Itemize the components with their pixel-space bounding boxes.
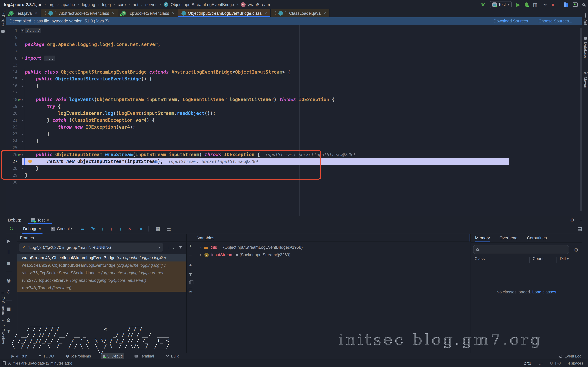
code-line-20[interactable]: 20logEventListener.log((LogEvent)inputSt…: [6, 110, 582, 117]
code-line-1[interactable]: 1+/.../: [6, 27, 582, 34]
column-divider[interactable]: [556, 257, 557, 263]
line-number[interactable]: 1: [6, 27, 17, 34]
code-text[interactable]: }: [25, 172, 28, 179]
view-options-icon[interactable]: ⚌: [166, 226, 171, 232]
copy-icon[interactable]: [189, 281, 192, 284]
tool-window-button-build[interactable]: ⚒Build: [164, 353, 181, 359]
breadcrumb-item[interactable]: org: [49, 2, 54, 7]
line-number[interactable]: 17: [6, 89, 17, 96]
stop-button[interactable]: ■: [551, 2, 554, 7]
code-text[interactable]: } catch (ClassNotFoundException var4) {: [25, 117, 155, 124]
code-line-6[interactable]: 6package org.apache.logging.log4j.core.n…: [6, 41, 582, 48]
evaluate-watch-icon[interactable]: ∞: [188, 289, 193, 294]
code-line-29[interactable]: 29}: [6, 172, 582, 179]
settings-gear-icon[interactable]: ⚙: [570, 217, 574, 223]
tool-button-structure[interactable]: 7: Structure: [1, 297, 5, 316]
resume-icon[interactable]: ▶: [7, 238, 10, 244]
tool-window-button-terminal[interactable]: Terminal: [133, 353, 156, 359]
line-number[interactable]: 6: [6, 41, 17, 48]
line-number[interactable]: 15: [6, 75, 17, 83]
run-configuration-select[interactable]: Test ▾: [490, 1, 512, 8]
filter-frames-icon[interactable]: [179, 246, 182, 249]
fold-collapse-icon[interactable]: ▾: [21, 103, 24, 110]
frame-row[interactable]: run:748, Thread (java.lang): [17, 284, 186, 292]
download-sources-link[interactable]: Download Sources: [493, 19, 528, 24]
tool-window-button-problems[interactable]: !6: Problems: [64, 353, 93, 359]
code-line-22[interactable]: 22throw new IOException(var4);: [6, 124, 582, 131]
memory-search-input[interactable]: [473, 245, 569, 254]
memory-settings-icon[interactable]: ⚙: [574, 247, 579, 253]
line-number[interactable]: 18: [6, 96, 17, 103]
close-icon[interactable]: ×: [265, 11, 267, 16]
code-text[interactable]: public ObjectInputStream wrapStream(Inpu…: [25, 151, 355, 158]
code-line-24[interactable]: 24▴}: [6, 137, 582, 144]
encoding-indicator[interactable]: UTF-8: [550, 361, 561, 366]
line-number[interactable]: 21: [6, 117, 17, 124]
fold-end-icon[interactable]: ▴: [21, 137, 24, 144]
move-up-icon[interactable]: ▲: [188, 262, 193, 267]
line-number[interactable]: 20: [6, 110, 17, 117]
code-text[interactable]: return new ObjectInputStream(inputStream…: [25, 158, 258, 165]
view-breakpoints-icon[interactable]: ◉: [6, 277, 11, 283]
remove-watch-icon[interactable]: −: [189, 253, 192, 258]
tool-window-button-todo[interactable]: ≡TODO: [38, 353, 56, 359]
show-execution-point-icon[interactable]: ≡: [81, 226, 84, 232]
code-line-17[interactable]: 17: [6, 89, 582, 96]
line-number[interactable]: 27: [6, 158, 17, 165]
layout-settings-icon[interactable]: ▤: [578, 226, 582, 232]
next-frame-icon[interactable]: ↓: [173, 245, 175, 250]
code-line-28[interactable]: 28▴}: [6, 165, 582, 172]
code-line-5[interactable]: 5: [6, 34, 582, 41]
pin-icon[interactable]: ↟: [6, 329, 10, 334]
caret-position[interactable]: 27:1: [524, 361, 531, 366]
tool-button-ant[interactable]: Ant: [583, 19, 588, 25]
pause-icon[interactable]: Ⅱ: [7, 249, 10, 255]
editor-tab[interactable]: (C)AbstractSocketServer.class×: [41, 9, 118, 17]
close-icon[interactable]: ×: [324, 11, 326, 16]
tab-debugger[interactable]: Debugger: [23, 224, 41, 234]
load-classes-link[interactable]: Load classes: [532, 290, 556, 294]
line-ending-indicator[interactable]: LF: [538, 361, 543, 366]
line-number[interactable]: 28: [6, 165, 17, 172]
tool-window-button-debug[interactable]: 5: Debug: [101, 353, 124, 359]
breadcrumb-item[interactable]: core: [118, 2, 126, 7]
breadcrumb-method[interactable]: wrapStream: [248, 2, 270, 7]
close-icon[interactable]: ×: [35, 11, 37, 16]
code-editor[interactable]: 1+/.../56package org.apache.logging.log4…: [6, 25, 582, 216]
coverage-button[interactable]: ▥: [533, 2, 537, 8]
code-text[interactable]: }: [25, 137, 39, 144]
evaluate-expression-icon[interactable]: ▦: [155, 226, 160, 232]
debug-button[interactable]: [525, 2, 528, 7]
frame-row[interactable]: wrapStream:29, ObjectInputStreamLogEvent…: [17, 261, 186, 269]
line-number[interactable]: 5: [6, 34, 17, 41]
fold-expand-icon[interactable]: +: [21, 29, 24, 33]
debug-session-tab[interactable]: Test ×: [28, 216, 52, 224]
frame-row[interactable]: wrapStream:43, ObjectInputStreamLogEvent…: [17, 254, 186, 261]
code-line-8[interactable]: 8+import ...: [6, 55, 582, 62]
memory-tab-memory[interactable]: Memory: [475, 236, 490, 242]
column-divider[interactable]: [529, 257, 530, 263]
line-number[interactable]: 13: [6, 62, 17, 69]
code-text[interactable]: public ObjectInputStreamLogEventBridge()…: [25, 75, 152, 83]
code-line-18[interactable]: 18↑▾public void logEvents(ObjectInputStr…: [6, 96, 582, 103]
thread-selector[interactable]: ✓ "Log4j2-0"@2,270 in group "main": RUNN…: [19, 243, 164, 252]
close-icon[interactable]: ×: [47, 218, 49, 222]
close-icon[interactable]: ×: [112, 11, 114, 16]
frame-row[interactable]: run:277, TcpSocketServer (org.apache.log…: [17, 276, 186, 284]
code-line-19[interactable]: 19▾try {: [6, 103, 582, 110]
tool-button-favorites[interactable]: 2: Favorites: [1, 324, 5, 344]
code-text[interactable]: package org.apache.logging.log4j.core.ne…: [25, 41, 160, 48]
step-into-icon[interactable]: ↓: [101, 226, 104, 232]
code-line-13[interactable]: 13: [6, 62, 582, 69]
fold-end-icon[interactable]: ▴: [21, 165, 24, 172]
fold-end-icon[interactable]: ▴: [21, 83, 24, 89]
code-text[interactable]: }: [25, 131, 50, 137]
code-text[interactable]: }: [25, 83, 39, 89]
mute-breakpoints-icon[interactable]: ⊘: [6, 289, 10, 295]
profiler-button[interactable]: ◔▾: [542, 2, 547, 7]
breadcrumb-item[interactable]: logging: [82, 2, 95, 7]
frame-row[interactable]: <init>:75, TcpSocketServer$SocketHandler…: [17, 269, 186, 276]
line-number[interactable]: 22: [6, 124, 17, 131]
fold-expand-icon[interactable]: +: [21, 57, 24, 60]
build-hammer-icon[interactable]: ⚒: [481, 2, 485, 8]
